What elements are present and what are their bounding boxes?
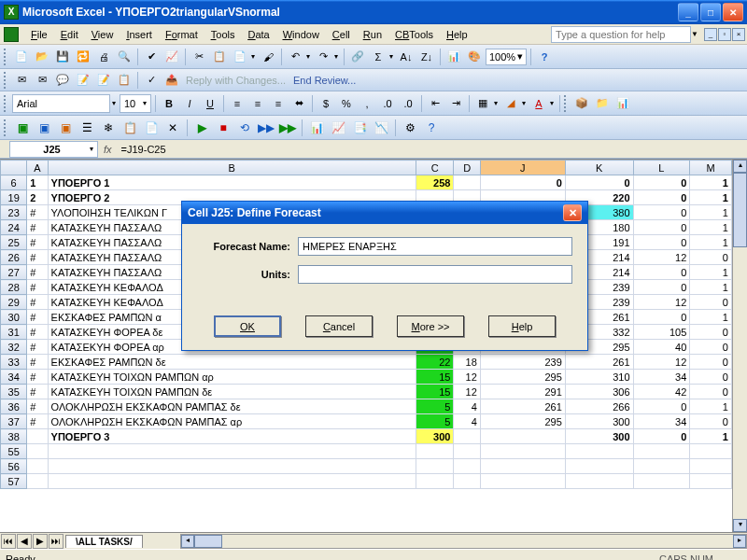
decrease-indent-icon[interactable]: ⇤ [426,94,444,113]
cut-icon[interactable]: ✂ [190,48,208,66]
cell[interactable]: 0 [633,265,690,280]
cell[interactable]: 0 [633,280,690,295]
column-header[interactable]: B [48,161,416,175]
tab-first-icon[interactable]: ⏮ [1,534,16,549]
autosum-icon[interactable]: Σ [369,48,388,66]
window-maximize-button[interactable]: □ [700,3,721,21]
row-header[interactable]: 26 [1,250,27,265]
cell[interactable]: 12 [633,250,690,265]
font-color-icon[interactable]: A [529,94,548,113]
font-name-combo[interactable]: Arial [12,94,110,113]
doc-minimize-button[interactable]: _ [704,28,717,41]
cell[interactable]: 5 [416,414,454,429]
row-header[interactable]: 30 [1,310,27,325]
redo-icon[interactable]: ↷ [314,48,332,66]
formula-bar[interactable]: =J19-C25 [118,144,747,155]
cell[interactable]: 291 [480,385,565,399]
cell[interactable]: # [27,370,48,385]
extra2-icon[interactable]: 📁 [593,94,612,113]
cell[interactable]: 12 [633,355,690,370]
cell[interactable]: 295 [480,370,565,385]
hscroll-thumb[interactable] [194,535,222,548]
cb-charts-icon[interactable]: 📊 [307,119,326,137]
tab-prev-icon[interactable]: ◀ [17,534,32,549]
italic-button[interactable]: I [180,94,199,113]
cell[interactable]: 0 [690,295,732,310]
font-size-combo[interactable]: 10▾ [120,94,151,113]
units-input[interactable] [298,265,572,284]
cell[interactable] [633,444,690,459]
menu-run[interactable]: Run [357,27,388,42]
print-icon[interactable]: 🖨 [94,48,113,66]
dialog-close-button[interactable]: ✕ [563,204,582,221]
cell[interactable]: 1 [690,265,732,280]
cell[interactable] [48,474,416,489]
cell[interactable]: 0 [633,429,690,444]
cell[interactable] [416,459,454,474]
hscroll-right-icon[interactable]: ▸ [733,535,746,548]
percent-icon[interactable]: % [337,94,356,113]
cell[interactable]: 34 [633,370,690,385]
send-icon[interactable]: 📤 [162,71,181,90]
next-icon[interactable]: 📝 [74,71,92,90]
cell[interactable]: # [27,340,48,355]
cell[interactable]: ΟΛΟΚΛΗΡΩΣΗ ΕΚΣΚΑΦΩΝ ΡΑΜΠΑΣ αρ [48,414,416,429]
doc-restore-button[interactable]: ▫ [718,28,731,41]
cell[interactable] [480,474,565,489]
column-header[interactable]: D [454,161,480,175]
prev-icon[interactable]: 📝 [94,71,113,90]
sheet-tab-active[interactable]: \ALL TASKS/ [65,535,143,548]
zoom-combo[interactable]: 100%▾ [486,49,527,65]
cell[interactable]: # [27,205,48,220]
cell[interactable]: ΥΠΟΕΡΓΟ 3 [48,429,416,444]
cb-data-icon[interactable]: 📉 [372,119,390,137]
row-header[interactable]: 38 [1,429,27,444]
cell[interactable]: 0 [690,325,732,340]
cell[interactable]: 261 [480,399,565,414]
cell[interactable] [416,474,454,489]
cell[interactable]: 0 [633,175,690,190]
tab-last-icon[interactable]: ⏭ [49,534,63,549]
cell[interactable] [454,474,480,489]
column-header[interactable]: C [416,161,454,175]
menu-data[interactable]: Data [241,27,275,42]
row-header[interactable]: 23 [1,205,27,220]
save-icon[interactable]: 💾 [53,48,72,66]
fill-color-icon[interactable]: ◢ [501,94,520,113]
row-header[interactable]: 55 [1,444,27,459]
cell[interactable]: 0 [633,190,690,205]
cell[interactable]: 306 [565,385,633,399]
cb-freeze-icon[interactable]: ❄ [99,119,118,137]
column-header[interactable]: J [480,161,565,175]
ok-button[interactable]: OK [214,315,281,337]
toolbar-handle[interactable] [4,95,7,112]
merge-icon[interactable]: ⬌ [289,94,308,113]
menu-cbtools[interactable]: CBTools [388,27,440,42]
permission-icon[interactable]: 🔁 [74,48,92,66]
cb-step-icon[interactable]: ▶▶ [257,119,275,137]
cb-forecast-icon[interactable]: ▣ [56,119,75,137]
menu-edit[interactable]: Edit [54,27,85,42]
research-icon[interactable]: 📈 [162,48,181,66]
chart-icon[interactable]: 📊 [444,48,463,66]
doc-close-button[interactable]: × [732,28,745,41]
cell[interactable]: 300 [565,429,633,444]
cell[interactable]: 1 [690,310,732,325]
window-minimize-button[interactable]: _ [678,3,698,21]
cell[interactable] [690,444,732,459]
cell[interactable]: 0 [480,175,565,190]
increase-indent-icon[interactable]: ⇥ [446,94,465,113]
align-left-icon[interactable]: ≡ [228,94,247,113]
cell[interactable] [27,429,48,444]
cell[interactable]: 0 [565,175,633,190]
bold-button[interactable]: B [160,94,178,113]
row-header[interactable]: 31 [1,325,27,340]
row-header[interactable]: 25 [1,235,27,250]
scroll-up-icon[interactable]: ▴ [733,160,747,173]
help-button[interactable]: Help [488,315,556,337]
cell[interactable]: 1 [690,175,732,190]
spell-icon[interactable]: ✔ [142,48,161,66]
cell[interactable]: 261 [565,355,633,370]
cell[interactable]: ΟΛΟΚΛΗΡΩΣΗ ΕΚΣΚΑΦΩΝ ΡΑΜΠΑΣ δε [48,399,416,414]
cell[interactable]: ΚΑΤΑΣΚΕΥΗ ΤΟΙΧΩΝ ΡΑΜΠΩΝ δε [48,385,416,399]
